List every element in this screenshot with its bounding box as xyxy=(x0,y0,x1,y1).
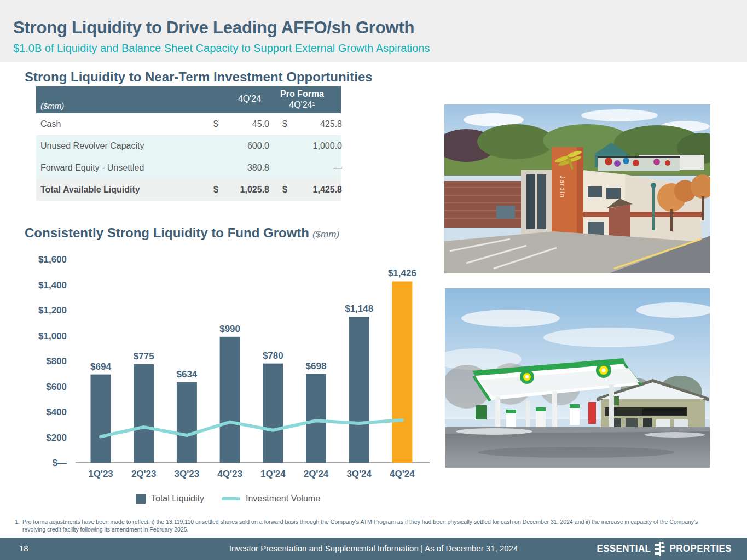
y-tick-label: $1,600 xyxy=(38,254,67,265)
page-subtitle: $1.0B of Liquidity and Balance Sheet Cap… xyxy=(13,42,430,55)
table-unit-label: ($mm) xyxy=(40,101,64,110)
logo-text-essential: ESSENTIAL xyxy=(597,543,651,555)
bar-value-label: $698 xyxy=(306,361,327,371)
table-cell: $ xyxy=(213,185,227,195)
table-cell: 1,025.8 xyxy=(227,185,269,195)
bar-2Q'24 xyxy=(306,374,326,463)
table-section-heading: Strong Liquidity to Near-Term Investment… xyxy=(25,69,373,85)
legend-item: Total Liquidity xyxy=(136,494,204,504)
essential-properties-logo-icon xyxy=(655,542,665,556)
y-tick-label: $— xyxy=(53,458,67,468)
bar-value-label: $990 xyxy=(219,324,240,334)
legend-swatch-line xyxy=(222,497,240,500)
liquidity-chart: $1,600$1,400$1,200$1,000$800$600$400$200… xyxy=(22,250,432,487)
legend-swatch-bar xyxy=(136,494,146,504)
rooftop-playground xyxy=(598,157,680,171)
photo-early-education-building: Jardin xyxy=(444,104,710,273)
table-cell: $ xyxy=(213,119,227,129)
gas-station-illustration xyxy=(445,288,710,468)
footnote-number: 1. xyxy=(15,518,22,533)
bar-value-label: $780 xyxy=(263,351,283,361)
chart-section-heading: Consistently Strong Liquidity to Fund Gr… xyxy=(25,225,339,241)
photo-bp-gas-station xyxy=(445,288,710,468)
bar-value-label: $634 xyxy=(176,369,197,380)
slide-footer: 18 Investor Presentation and Supplementa… xyxy=(0,538,747,560)
y-tick-label: $1,000 xyxy=(38,331,67,341)
table-cell: Unused Revolver Capacity xyxy=(40,141,213,151)
page-title: Strong Liquidity to Drive Leading AFFO/s… xyxy=(13,18,414,38)
table-row-2: Forward Equity - Unsettled380.8— xyxy=(36,157,341,179)
table-cell: 600.0 xyxy=(227,141,269,151)
table-cell: 1,425.8 xyxy=(296,185,342,195)
bar-1Q'23 xyxy=(91,375,111,463)
x-axis-label: 3Q'23 xyxy=(175,469,200,479)
table-col-proforma: Pro Forma 4Q'24¹ xyxy=(267,89,337,110)
x-axis-label: 3Q'24 xyxy=(346,469,372,479)
legend-label: Total Liquidity xyxy=(151,494,204,504)
footnote-text: Pro forma adjustments have been made to … xyxy=(22,518,721,533)
bar-value-label: $694 xyxy=(90,361,111,372)
liquidity-table: ($mm) 4Q'24 Pro Forma 4Q'24¹ Cash$45.0$4… xyxy=(36,86,341,201)
table-cell: Forward Equity - Unsettled xyxy=(40,163,213,173)
footnote: 1. Pro forma adjustments have been made … xyxy=(15,518,721,533)
bar-value-label: $775 xyxy=(134,351,154,361)
y-tick-label: $1,400 xyxy=(38,280,67,290)
company-logo: ESSENTIAL PROPERTIES xyxy=(597,542,732,556)
table-cell: 45.0 xyxy=(227,119,269,129)
table-cell: $ xyxy=(282,119,296,129)
x-axis-label: 1Q'24 xyxy=(260,469,286,479)
jardin-sign-text: Jardin xyxy=(559,176,566,199)
table-cell: 1,000.0 xyxy=(296,141,342,151)
liquidity-table-header: ($mm) 4Q'24 Pro Forma 4Q'24¹ xyxy=(36,86,341,113)
table-row-3: Total Available Liquidity$1,025.8$1,425.… xyxy=(36,179,341,201)
x-axis-label: 2Q'24 xyxy=(304,469,329,479)
bar-3Q'24 xyxy=(349,317,369,463)
bar-value-label: $1,148 xyxy=(345,304,373,314)
table-cell: 425.8 xyxy=(296,119,342,129)
bar-4Q'24 xyxy=(392,281,412,463)
x-axis-label: 1Q'23 xyxy=(88,469,113,479)
x-axis-label: 4Q'23 xyxy=(217,469,242,479)
y-tick-label: $200 xyxy=(46,433,67,443)
chart-legend: Total LiquidityInvestment Volume xyxy=(136,494,320,504)
y-tick-label: $400 xyxy=(46,407,67,417)
table-cell: Total Available Liquidity xyxy=(40,185,213,195)
table-row-1: Unused Revolver Capacity600.01,000.0 xyxy=(36,135,341,157)
table-cell: 380.8 xyxy=(227,163,269,173)
slide-header: Strong Liquidity to Drive Leading AFFO/s… xyxy=(0,0,747,62)
x-axis-label: 4Q'24 xyxy=(390,469,415,479)
logo-text-properties: PROPERTIES xyxy=(669,543,732,555)
y-tick-label: $800 xyxy=(46,356,67,366)
chart-unit-label: ($mm) xyxy=(312,229,339,240)
x-axis-label: 2Q'23 xyxy=(131,469,157,479)
table-cell: $ xyxy=(282,185,296,195)
slide: Strong Liquidity to Drive Leading AFFO/s… xyxy=(0,0,747,560)
table-row-0: Cash$45.0$425.8 xyxy=(36,113,341,135)
building-illustration: Jardin xyxy=(444,104,710,273)
legend-item: Investment Volume xyxy=(222,494,320,504)
bar-4Q'23 xyxy=(220,337,240,463)
liquidity-table-body: Cash$45.0$425.8Unused Revolver Capacity6… xyxy=(36,113,341,201)
bar-value-label: $1,426 xyxy=(388,268,416,278)
bar-1Q'24 xyxy=(263,364,283,463)
table-cell: — xyxy=(296,163,342,173)
bar-3Q'23 xyxy=(177,382,197,463)
y-tick-label: $1,200 xyxy=(38,305,67,316)
y-tick-label: $600 xyxy=(46,382,67,392)
legend-label: Investment Volume xyxy=(246,494,320,504)
bar-2Q'23 xyxy=(134,364,154,463)
table-cell: Cash xyxy=(40,119,213,129)
